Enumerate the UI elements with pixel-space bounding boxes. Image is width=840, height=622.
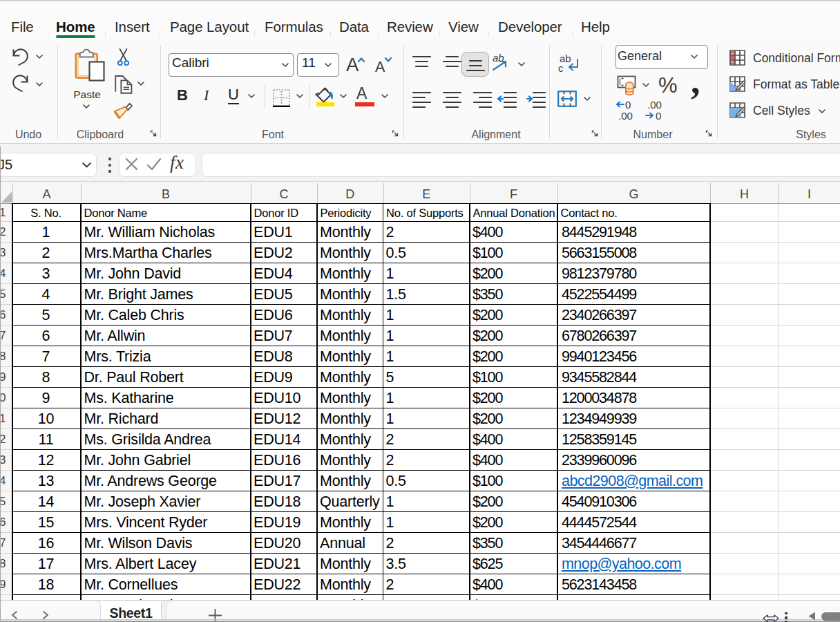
svg-text:0: 0 <box>656 110 661 122</box>
svg-text:.00: .00 <box>647 100 662 111</box>
svg-text:0: 0 <box>625 100 631 111</box>
svg-text:.00: .00 <box>618 110 633 122</box>
